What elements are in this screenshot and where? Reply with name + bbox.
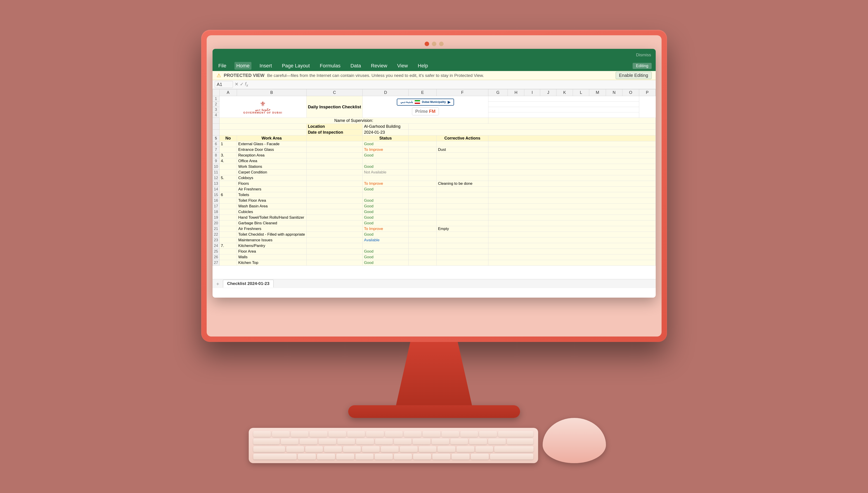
key[interactable] xyxy=(404,431,421,437)
key[interactable] xyxy=(343,446,361,452)
col-header-c[interactable]: C xyxy=(306,89,363,96)
key[interactable] xyxy=(400,446,418,452)
key[interactable] xyxy=(381,446,398,452)
key[interactable] xyxy=(413,438,430,444)
key[interactable] xyxy=(375,454,393,459)
key[interactable] xyxy=(432,438,449,444)
key[interactable] xyxy=(471,454,489,459)
col-header-k[interactable]: K xyxy=(557,89,573,96)
key[interactable] xyxy=(419,446,437,452)
key[interactable] xyxy=(394,454,412,459)
menu-formulas[interactable]: Formulas xyxy=(318,62,342,70)
key[interactable] xyxy=(437,446,455,452)
add-sheet-icon[interactable]: ＋ xyxy=(215,280,220,287)
sheet-tab-checklist[interactable]: Checklist 2024-01-23 xyxy=(223,280,274,288)
col-header-f[interactable]: F xyxy=(437,89,488,96)
confirm-formula-icon[interactable]: ✓ xyxy=(240,81,244,88)
name-supervision-cell: Name of Supervision: xyxy=(219,118,488,124)
key-tab[interactable] xyxy=(253,438,280,444)
key[interactable] xyxy=(272,431,290,437)
col-header-d[interactable]: D xyxy=(363,89,409,96)
key[interactable] xyxy=(300,438,317,444)
keyboard[interactable] xyxy=(249,428,538,463)
col-header-a[interactable]: A xyxy=(219,89,237,96)
key-caps[interactable] xyxy=(253,446,285,452)
key[interactable] xyxy=(488,438,506,444)
col-header-h[interactable]: H xyxy=(507,89,524,96)
desktop-scene: Dismiss File Home Insert Page Layout For… xyxy=(201,30,667,463)
key[interactable] xyxy=(476,446,493,452)
key[interactable] xyxy=(375,438,393,444)
key[interactable] xyxy=(385,431,403,437)
header-work-area: Work Area xyxy=(237,135,306,141)
menu-file[interactable]: File xyxy=(217,62,228,70)
menu-view[interactable]: View xyxy=(395,62,410,70)
key[interactable] xyxy=(337,438,355,444)
key-lshift[interactable] xyxy=(253,454,297,459)
key[interactable] xyxy=(456,446,474,452)
key[interactable] xyxy=(366,431,384,437)
col-header-i[interactable]: I xyxy=(524,89,540,96)
enable-editing-button[interactable]: Enable Editing xyxy=(616,72,652,79)
key[interactable] xyxy=(324,446,342,452)
menu-data[interactable]: Data xyxy=(349,62,363,70)
key[interactable] xyxy=(328,431,346,437)
name-supervision-value[interactable] xyxy=(488,118,655,124)
protected-view-label: PROTECTED VIEW xyxy=(224,73,264,78)
key[interactable] xyxy=(450,438,468,444)
menu-home[interactable]: Home xyxy=(235,62,252,70)
key[interactable] xyxy=(281,438,299,444)
key-enter[interactable] xyxy=(494,446,534,452)
key[interactable] xyxy=(479,431,497,437)
col-header-j[interactable]: J xyxy=(540,89,557,96)
key[interactable] xyxy=(413,454,431,459)
col-header-g[interactable]: G xyxy=(488,89,507,96)
col-header-l[interactable]: L xyxy=(573,89,589,96)
key[interactable] xyxy=(441,431,459,437)
key[interactable] xyxy=(298,454,316,459)
key[interactable] xyxy=(356,438,374,444)
key[interactable] xyxy=(291,431,308,437)
traffic-lights xyxy=(425,42,443,46)
menu-help[interactable]: Help xyxy=(416,62,430,70)
menu-insert[interactable]: Insert xyxy=(258,62,274,70)
col-header-b[interactable]: B xyxy=(237,89,306,96)
table-row: Location Al-Garhood Building xyxy=(213,124,655,130)
key[interactable] xyxy=(305,446,323,452)
key-backslash[interactable] xyxy=(507,438,534,444)
formula-input[interactable] xyxy=(250,82,653,87)
header-empty-c xyxy=(306,135,363,141)
excel-close-btn[interactable]: Dismiss xyxy=(636,52,651,58)
mouse-container xyxy=(556,413,620,458)
col-header-o[interactable]: O xyxy=(623,89,639,96)
cancel-formula-icon[interactable]: ✕ xyxy=(235,81,239,88)
col-header-e[interactable]: E xyxy=(409,89,437,96)
cell-reference[interactable]: A1 xyxy=(215,81,233,88)
key[interactable] xyxy=(317,454,335,459)
key[interactable] xyxy=(452,454,470,459)
mouse[interactable] xyxy=(543,418,606,463)
key[interactable] xyxy=(422,431,440,437)
key[interactable] xyxy=(309,431,327,437)
key[interactable] xyxy=(394,438,412,444)
col-header-n[interactable]: N xyxy=(606,89,622,96)
menu-review[interactable]: Review xyxy=(369,62,389,70)
key[interactable] xyxy=(362,446,380,452)
protected-view-message: Be careful—files from the Internet can c… xyxy=(267,73,484,78)
menu-pagelayout[interactable]: Page Layout xyxy=(280,62,312,70)
key[interactable] xyxy=(469,438,487,444)
function-icon[interactable]: fx xyxy=(245,81,248,88)
col-header-m[interactable]: M xyxy=(589,89,606,96)
key[interactable] xyxy=(336,454,354,459)
key[interactable] xyxy=(286,446,304,452)
key[interactable] xyxy=(355,454,373,459)
key[interactable] xyxy=(460,431,478,437)
key-backspace[interactable] xyxy=(498,431,534,437)
key[interactable] xyxy=(432,454,450,459)
col-header-p[interactable]: P xyxy=(639,89,655,96)
key[interactable] xyxy=(319,438,336,444)
key[interactable] xyxy=(253,431,271,437)
dubai-mun-en: Dubai Municipality xyxy=(422,101,446,104)
key[interactable] xyxy=(347,431,365,437)
key-rshift[interactable] xyxy=(490,454,534,459)
